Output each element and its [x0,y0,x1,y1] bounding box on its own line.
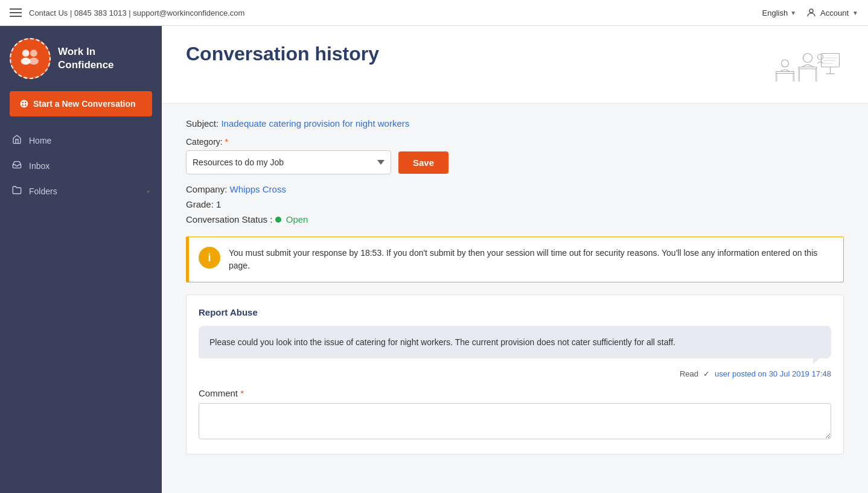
warning-icon-wrap: i [199,247,220,269]
report-abuse-title: Report Abuse [199,307,831,317]
subject-label: Subject: [186,118,219,129]
svg-rect-5 [776,72,794,74]
account-menu[interactable]: Account ▼ [806,7,858,18]
comment-textarea[interactable] [199,403,831,439]
folders-label: Folders [29,186,57,196]
svg-rect-13 [822,54,840,68]
post-date: user posted on 30 Jul 2019 17:48 [715,369,831,378]
info-icon: i [208,252,211,264]
grade-label: Grade: [186,199,214,209]
svg-rect-11 [816,69,817,81]
warning-box: i You must submit your response by 18:53… [186,237,844,282]
plus-icon: ⊕ [19,97,28,110]
status-row: Conversation Status : Open [186,214,844,224]
company-label: Company: [186,184,227,194]
grade-value: 1 [216,199,221,209]
layout: Work In Confidence ⊕ Start a New Convers… [0,26,868,493]
company-link[interactable]: Whipps Cross [230,184,286,194]
comment-section: Comment * [199,388,831,442]
main-body: Subject: Inadequate catering provision f… [162,104,868,469]
message-text: Please could you look into the issue of … [209,337,675,347]
warning-text: You must submit your response by 18:53. … [229,247,834,272]
svg-rect-10 [799,69,800,81]
account-label: Account [820,8,849,17]
sidebar-nav: Home Inbox Folders ▾ [0,129,162,213]
category-label: Category: * [186,137,844,147]
topbar-left: Contact Us | 0845 383 1013 | support@wor… [10,8,244,17]
svg-point-4 [29,58,39,65]
sidebar: Work In Confidence ⊕ Start a New Convers… [0,26,162,493]
sidebar-item-home[interactable]: Home [0,129,162,153]
new-conversation-label: Start a New Conversation [33,99,136,109]
account-icon [806,7,817,18]
svg-rect-6 [776,74,777,82]
message-bubble: Please could you look into the issue of … [199,326,831,358]
category-required: * [225,137,228,147]
sidebar-item-folders[interactable]: Folders ▾ [0,179,162,203]
language-label: English [762,8,788,17]
sidebar-logo: Work In Confidence [0,26,162,91]
svg-point-0 [809,9,813,13]
category-row: Category: * Resources to do my Job Manag… [186,137,844,174]
language-dropdown-arrow: ▼ [790,10,796,16]
main-content: Conversation history [162,26,868,493]
svg-point-19 [818,54,823,60]
logo-text: Work In Confidence [58,45,114,72]
svg-point-8 [782,60,789,67]
folders-left: Folders [12,185,57,197]
language-selector[interactable]: English ▼ [762,8,797,17]
topbar: Contact Us | 0845 383 1013 | support@wor… [0,0,868,26]
subject-link[interactable]: Inadequate catering provision for night … [221,118,409,129]
svg-point-3 [30,49,37,57]
sidebar-item-inbox[interactable]: Inbox [0,154,162,178]
svg-point-1 [22,49,30,57]
folders-chevron-icon: ▾ [147,188,150,195]
comment-required: * [240,388,244,398]
home-label: Home [29,136,51,145]
status-label: Conversation Status : [186,214,272,224]
logo-circle [10,38,51,79]
message-meta: Read ✓ user posted on 30 Jul 2019 17:48 [199,369,831,378]
inbox-label: Inbox [29,161,49,171]
main-header: Conversation history [162,26,868,104]
svg-rect-9 [799,67,817,69]
subject-line: Subject: Inadequate catering provision f… [186,118,844,129]
folders-icon [12,185,22,197]
svg-rect-7 [793,74,794,82]
conversation-card: Report Abuse Please could you look into … [186,294,844,454]
hamburger-menu-icon[interactable] [10,8,22,17]
account-dropdown-arrow: ▼ [852,10,858,16]
save-button[interactable]: Save [398,151,448,174]
topbar-right: English ▼ Account ▼ [762,7,858,18]
status-value: Open [286,214,308,224]
comment-label: Comment * [199,388,831,398]
page-title: Conversation history [186,43,379,65]
company-row: Company: Whipps Cross [186,184,844,194]
logo-people-icon [17,47,43,70]
svg-point-12 [803,54,812,63]
new-conversation-button[interactable]: ⊕ Start a New Conversation [10,91,152,116]
header-illustration [771,43,844,91]
category-select-row: Resources to do my Job Management Style … [186,150,844,174]
category-select[interactable]: Resources to do my Job Management Style … [186,150,391,174]
read-label: Read [680,369,698,378]
grade-row: Grade: 1 [186,199,844,209]
home-icon [12,135,22,147]
status-dot-icon [275,217,281,223]
contact-info: Contact Us | 0845 383 1013 | support@wor… [29,8,244,17]
inbox-icon [12,160,22,172]
check-mark-icon: ✓ [703,369,710,378]
